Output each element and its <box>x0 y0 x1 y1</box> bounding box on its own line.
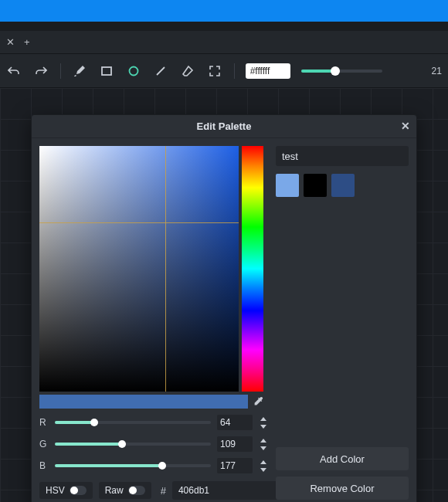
b-label: B <box>39 460 49 471</box>
color-picker: R G <box>39 146 268 500</box>
swatch[interactable] <box>276 174 299 197</box>
rectangle-icon[interactable] <box>99 62 115 80</box>
chevron-down-icon <box>259 422 268 430</box>
palette-name-input[interactable] <box>276 146 409 166</box>
saturation-value-plane[interactable] <box>39 146 239 392</box>
fullscreen-icon[interactable] <box>207 62 223 80</box>
hue-slider[interactable] <box>242 146 263 392</box>
green-row: G <box>39 436 268 452</box>
r-stepper[interactable] <box>259 415 268 430</box>
swatch[interactable] <box>304 174 327 197</box>
g-stepper[interactable] <box>259 436 268 452</box>
g-slider[interactable] <box>55 443 211 446</box>
b-slider[interactable] <box>55 464 211 467</box>
thickness-value: 21 <box>432 66 442 76</box>
close-icon[interactable]: ✕ <box>401 120 410 132</box>
window-area: ✕ + 21 <box>0 31 448 502</box>
hsv-toggle[interactable]: HSV <box>39 482 93 499</box>
swatch[interactable] <box>331 174 355 197</box>
toolbar-divider <box>234 63 235 79</box>
tab-row: ✕ + <box>0 31 448 54</box>
brush-icon[interactable] <box>72 62 88 80</box>
svg-point-1 <box>130 66 138 75</box>
mode-row: HSV Raw # <box>39 481 268 500</box>
dialog-title: Edit Palette <box>197 120 252 132</box>
remove-color-button[interactable]: Remove Color <box>276 477 409 500</box>
thickness-slider[interactable] <box>301 70 382 73</box>
circle-icon[interactable] <box>126 62 142 80</box>
r-input[interactable] <box>217 415 253 430</box>
color-preview <box>39 395 248 409</box>
dialog-title-bar: Edit Palette ✕ <box>32 115 416 138</box>
chevron-down-icon <box>259 466 268 473</box>
add-color-button[interactable]: Add Color <box>276 447 409 470</box>
blue-row: B <box>39 458 268 473</box>
chevron-down-icon <box>259 444 268 452</box>
raw-toggle[interactable]: Raw <box>99 482 151 499</box>
tab-add-icon[interactable]: + <box>24 36 30 48</box>
tab-close-icon[interactable]: ✕ <box>6 36 15 48</box>
b-stepper[interactable] <box>259 458 268 473</box>
chevron-up-icon <box>259 458 268 466</box>
r-label: R <box>39 417 49 428</box>
sv-crosshair-v <box>165 146 166 392</box>
eraser-icon[interactable] <box>180 62 196 80</box>
chevron-up-icon <box>259 415 268 422</box>
red-row: R <box>39 415 268 430</box>
b-input[interactable] <box>217 458 253 473</box>
toolbar-hex-input[interactable] <box>246 63 290 79</box>
swatch-list <box>276 174 409 197</box>
hsv-label: HSV <box>46 485 65 496</box>
chevron-up-icon <box>259 436 268 444</box>
palette-panel: Add Color Remove Color <box>276 146 409 500</box>
r-slider[interactable] <box>55 421 211 424</box>
eyedropper-icon[interactable] <box>248 395 268 409</box>
toolbar: 21 <box>0 54 448 88</box>
raw-label: Raw <box>105 485 124 496</box>
line-icon[interactable] <box>153 62 169 80</box>
undo-icon[interactable] <box>6 62 22 80</box>
title-bar <box>0 0 448 22</box>
svg-rect-0 <box>102 67 111 75</box>
dialog-body: R G <box>32 138 416 502</box>
hash-label: # <box>161 485 166 497</box>
edit-palette-dialog: Edit Palette ✕ R <box>31 114 417 502</box>
toolbar-divider <box>60 63 61 79</box>
g-label: G <box>39 439 49 449</box>
g-input[interactable] <box>217 436 253 452</box>
sv-crosshair-h <box>39 222 239 223</box>
thickness-thumb[interactable] <box>331 66 340 76</box>
redo-icon[interactable] <box>33 62 49 80</box>
